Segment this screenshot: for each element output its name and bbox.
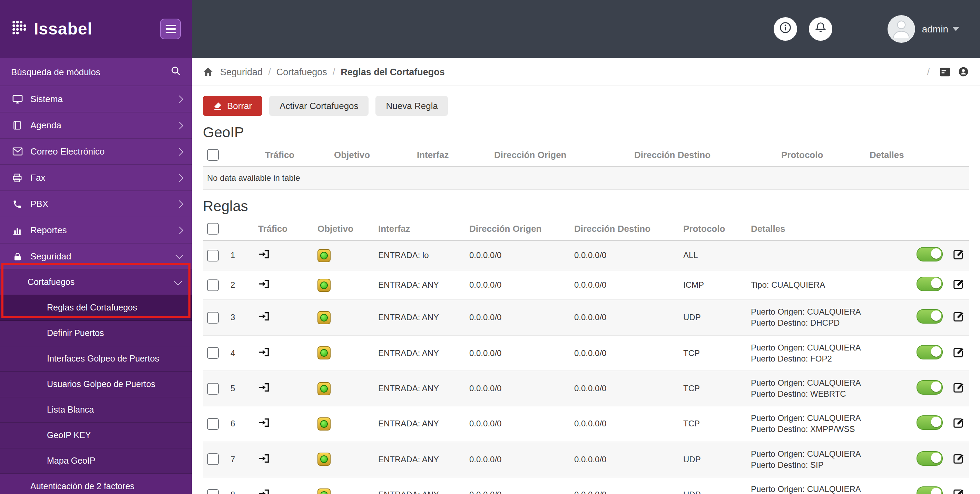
row-checkbox[interactable] (207, 312, 219, 324)
rule-details: Puerto Origen: CUALQUIERAPuerto Destino:… (747, 477, 912, 494)
traffic-light-icon (317, 418, 331, 430)
edit-rule-button[interactable] (953, 278, 965, 292)
sidebar-item-correo-electronico[interactable]: Correo Electrónico (0, 139, 192, 165)
edit-rule-button[interactable] (953, 417, 965, 431)
menu-toggle-button[interactable] (160, 19, 181, 39)
geoip-col-header: Dirección Origen (490, 143, 630, 167)
search-icon[interactable] (170, 65, 181, 78)
module-search[interactable]: Búsqueda de módulos (0, 58, 192, 86)
edit-rule-button[interactable] (953, 453, 965, 466)
chevron-right-icon (176, 226, 184, 234)
sidebar-item-fax[interactable]: Fax (0, 165, 192, 191)
edit-rule-button[interactable] (953, 248, 965, 262)
sidebar-item-cortafuegos[interactable]: Cortafuegos (0, 270, 192, 295)
user-menu[interactable]: admin (922, 24, 959, 35)
row-checkbox[interactable] (207, 489, 219, 494)
breadcrumb-cortafuegos[interactable]: Cortafuegos (277, 67, 327, 77)
delete-button[interactable]: Borrar (203, 96, 262, 116)
rule-enabled-toggle[interactable] (916, 277, 943, 291)
sidebar-item-agenda[interactable]: Agenda (0, 113, 192, 139)
rule-enabled-toggle[interactable] (916, 380, 943, 395)
traffic-light-icon (317, 382, 331, 395)
issabel-logo[interactable]: Issabel (11, 19, 92, 39)
rules-col-toggle (912, 217, 944, 240)
enter-arrow-icon (258, 278, 270, 290)
geoip-empty-message: No data available in table (203, 167, 969, 189)
rule-traffic (254, 270, 313, 300)
rule-protocol: UDP (679, 300, 747, 335)
sidebar-item-usuarios-golpeo-de-puertos[interactable]: Usuarios Golpeo de Puertos (0, 372, 192, 397)
rules-col-header: Protocolo (679, 217, 747, 240)
sidebar-item-reglas-del-cortafuegos[interactable]: Reglas del Cortafuegos (0, 295, 192, 321)
rule-protocol: TCP (679, 407, 747, 442)
rule-row: 2ENTRADA: ANY0.0.0.0/00.0.0.0/0ICMPTipo:… (203, 270, 969, 300)
geoip-col-header: Interfaz (413, 143, 490, 167)
info-button[interactable] (774, 17, 797, 41)
rule-target (313, 240, 374, 270)
chevron-down-icon (174, 277, 182, 285)
sidebar-item-lista-blanca[interactable]: Lista Blanca (0, 397, 192, 423)
notifications-button[interactable] (809, 17, 832, 41)
sidebar-item-interfaces-golpeo-de-puertos[interactable]: Interfaces Golpeo de Puertos (0, 346, 192, 372)
row-checkbox[interactable] (207, 383, 219, 394)
sidebar-item-label: Lista Blanca (47, 405, 94, 415)
sidebar-item-seguridad[interactable]: Seguridad (0, 243, 192, 270)
rule-enabled-toggle[interactable] (916, 416, 943, 430)
username: admin (922, 24, 948, 35)
sidebar-menu: Sistema Agenda Correo Electrónico (0, 86, 192, 494)
breadcrumb-seguridad[interactable]: Seguridad (220, 67, 262, 77)
row-checkbox[interactable] (207, 418, 219, 430)
select-all-checkbox[interactable] (207, 223, 219, 235)
rule-number: 4 (224, 335, 254, 371)
rule-enabled-toggle[interactable] (916, 345, 943, 359)
row-checkbox[interactable] (207, 279, 219, 291)
activate-firewall-button[interactable]: Activar Cortafuegos (269, 96, 369, 116)
breadcrumb-separator: / (268, 67, 271, 77)
edit-rule-button[interactable] (953, 311, 965, 325)
new-rule-button[interactable]: Nueva Regla (376, 96, 448, 116)
edit-rule-button[interactable] (953, 381, 965, 396)
sidebar-item-mapa-geoip[interactable]: Mapa GeoIP (0, 448, 192, 474)
envelope-icon (10, 147, 25, 156)
rule-protocol: ICMP (679, 270, 747, 300)
row-checkbox[interactable] (207, 454, 219, 465)
rule-source: 0.0.0.0/0 (465, 442, 570, 477)
bell-icon (815, 21, 827, 37)
avatar[interactable] (888, 15, 915, 43)
sidebar-item-sistema[interactable]: Sistema (0, 86, 192, 113)
rule-destination: 0.0.0.0/0 (570, 335, 679, 371)
rule-interface: ENTRADA: ANY (374, 335, 465, 371)
enter-arrow-icon (258, 346, 270, 358)
breadcrumb-separator: / (332, 67, 336, 77)
sidebar-item-definir-puertos[interactable]: Definir Puertos (0, 321, 192, 346)
rule-destination: 0.0.0.0/0 (570, 300, 679, 335)
rule-row: 3ENTRADA: ANY0.0.0.0/00.0.0.0/0UDPPuerto… (203, 300, 969, 335)
rule-traffic (254, 371, 313, 407)
sidebar-item-label: Autenticación de 2 factores (30, 481, 181, 491)
sidebar-item-pbx[interactable]: PBX (0, 191, 192, 217)
rule-enabled-toggle[interactable] (916, 247, 943, 262)
breadcrumb-current: Reglas del Cortafuegos (340, 67, 445, 77)
console-icon[interactable] (939, 67, 951, 77)
account-icon[interactable] (958, 66, 969, 77)
person-icon (889, 17, 913, 43)
sidebar-item-label: Correo Electrónico (30, 146, 177, 157)
sidebar-item-reportes[interactable]: Reportes (0, 217, 192, 243)
edit-rule-button[interactable] (953, 488, 965, 494)
row-checkbox[interactable] (207, 249, 219, 261)
rules-col-header: Tráfico (254, 217, 313, 240)
rules-table-body: 1ENTRADA: lo0.0.0.0/00.0.0.0/0ALL2ENTRAD… (203, 240, 969, 494)
sidebar-item-geoip-key[interactable]: GeoIP KEY (0, 423, 192, 448)
rule-enabled-toggle[interactable] (916, 486, 943, 494)
home-icon[interactable] (203, 67, 213, 76)
monitor-icon (10, 94, 25, 104)
select-all-checkbox[interactable] (207, 149, 219, 161)
rule-target (313, 442, 374, 477)
row-checkbox[interactable] (207, 347, 219, 359)
rule-interface: ENTRADA: ANY (374, 477, 465, 494)
rule-target (313, 407, 374, 442)
rule-enabled-toggle[interactable] (916, 451, 943, 466)
rule-enabled-toggle[interactable] (916, 310, 943, 324)
edit-rule-button[interactable] (953, 346, 965, 360)
sidebar-item-autenticacion-2-factores[interactable]: Autenticación de 2 factores (0, 474, 192, 494)
